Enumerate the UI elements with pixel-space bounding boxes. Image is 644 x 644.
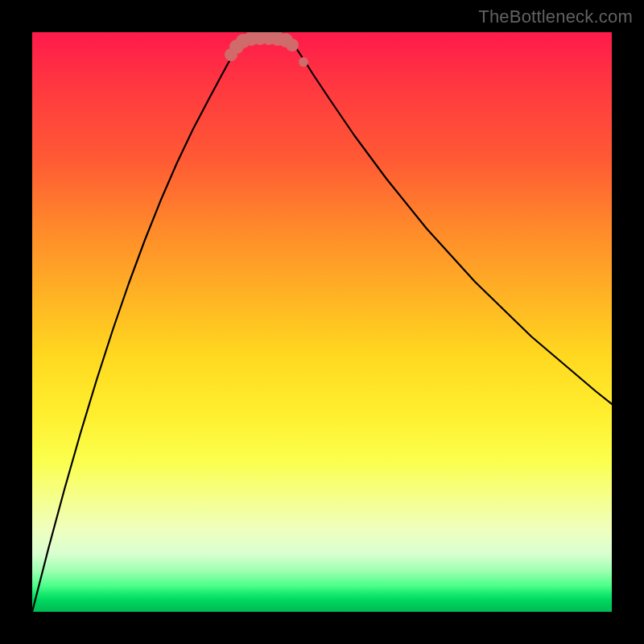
marker-dot	[286, 39, 299, 52]
watermark-text: TheBottleneck.com	[478, 6, 633, 27]
plot-area	[32, 32, 612, 612]
curve-left	[32, 39, 244, 612]
marker-dot	[299, 57, 308, 67]
curve-right	[290, 39, 612, 404]
marker-dots	[225, 32, 308, 67]
chart-svg	[32, 32, 612, 612]
chart-frame: TheBottleneck.com	[0, 0, 644, 644]
